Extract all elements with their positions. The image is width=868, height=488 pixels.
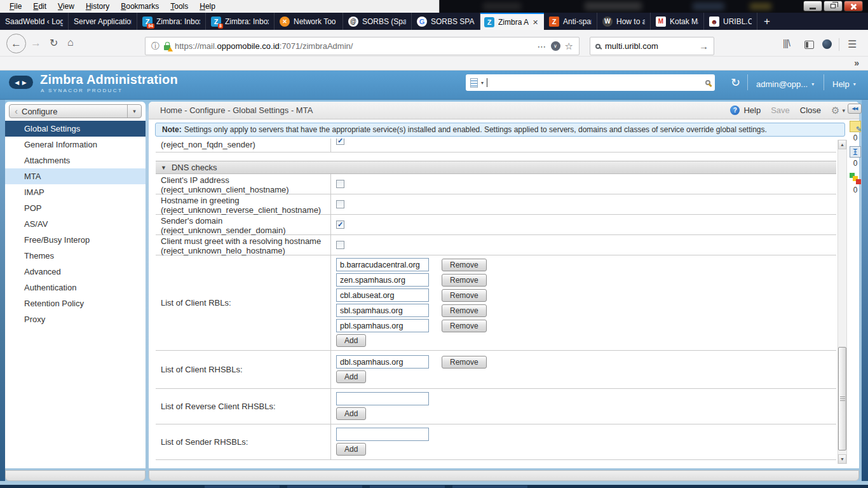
forward-button[interactable]: →	[31, 37, 41, 50]
sidebar-item-mta[interactable]: MTA	[5, 168, 146, 184]
rbl-entry-input[interactable]	[336, 258, 429, 271]
sidebar-header-configure[interactable]: ‹ Configure ▾	[9, 104, 142, 118]
menu-edit[interactable]: Edit	[27, 0, 52, 13]
scroll-down-icon[interactable]: ▼	[838, 454, 846, 464]
menu-history[interactable]: History	[80, 0, 115, 13]
sidebar-item-authentication[interactable]: Authentication	[5, 280, 146, 295]
scroll-up-icon[interactable]: ▲	[838, 140, 846, 149]
url-bar[interactable]: ⓘ https://mail.oppomobile.co.id:7071/zim…	[145, 37, 580, 55]
bookmark-star-icon[interactable]: ☆	[565, 41, 573, 52]
sidebar-item-pop[interactable]: POP	[5, 200, 146, 216]
search-go-icon[interactable]: →	[699, 41, 709, 51]
sidebar-item-general-information[interactable]: General Information	[5, 137, 146, 152]
help-button[interactable]: ? Help	[730, 105, 761, 115]
notes-icon[interactable]	[850, 121, 861, 132]
sender-rhsbl-entry-input[interactable]	[336, 428, 429, 441]
sidebar-item-advanced[interactable]: Advanced	[5, 264, 146, 280]
admin-search-box[interactable]: ▾	[466, 74, 715, 91]
gear-icon[interactable]: ⚙	[831, 105, 839, 116]
ssl-lock-warning-icon[interactable]	[164, 45, 170, 50]
section-header-dns-checks[interactable]: ▼ DNS checks	[156, 161, 836, 174]
sidebar-item-asav[interactable]: AS/AV	[5, 216, 146, 232]
remove-button[interactable]: Remove	[442, 356, 487, 369]
overflow-chevron[interactable]: »	[854, 58, 859, 68]
add-button[interactable]: Add	[336, 443, 366, 456]
sidebar-toggle-icon[interactable]	[804, 41, 814, 49]
site-info-icon[interactable]: ⓘ	[151, 41, 159, 52]
remove-button[interactable]: Remove	[442, 274, 487, 287]
rbl-entry-input[interactable]	[336, 288, 429, 302]
hamburger-menu-icon[interactable]: ☰	[848, 38, 857, 50]
reload-button[interactable]: ↻	[50, 37, 58, 49]
rbl-entry-input[interactable]	[336, 304, 429, 317]
restore-button[interactable]	[824, 1, 843, 11]
tab-how-to-add[interactable]: How to add F	[597, 13, 651, 30]
sidebar-item-proxy[interactable]: Proxy	[5, 311, 146, 327]
pocket-icon[interactable]: ∨	[551, 41, 560, 51]
reject-unknown-reverse-client-hostname-checkbox[interactable]	[336, 200, 344, 208]
menu-tools[interactable]: Tools	[165, 0, 194, 13]
search-bar[interactable]: multi.uribl.com →	[590, 37, 714, 55]
minimize-button[interactable]	[803, 1, 822, 11]
reverse-rhsbl-entry-input[interactable]	[336, 392, 429, 405]
home-button[interactable]: ⌂	[67, 37, 74, 48]
menu-bookmarks[interactable]: Bookmarks	[115, 0, 165, 13]
tab-zimbra-inbox-2[interactable]: 8 Zimbra: Inbox	[206, 13, 275, 30]
sidebar-item-global-settings[interactable]: Global Settings	[5, 121, 146, 137]
remove-button[interactable]: Remove	[442, 259, 487, 271]
reject-unknown-sender-domain-checkbox[interactable]	[336, 220, 344, 229]
collapse-panel-button[interactable]: ◀◀	[848, 104, 862, 114]
add-button[interactable]: Add	[336, 334, 366, 347]
tab-kotak-masuk[interactable]: Kotak Masuk	[651, 13, 704, 30]
remove-button[interactable]: Remove	[442, 289, 487, 302]
tab-uribl[interactable]: URIBL.COM -	[704, 13, 757, 30]
chevron-down-icon[interactable]: ▾	[127, 105, 141, 118]
tab-server-application[interactable]: Server Application	[69, 13, 137, 30]
reject-unknown-client-hostname-checkbox[interactable]	[336, 180, 344, 188]
tab-anti-spam[interactable]: Anti-spam St	[544, 13, 597, 30]
remove-button[interactable]: Remove	[442, 304, 487, 317]
search-icon[interactable]	[705, 80, 710, 85]
tab-sorbs-spam[interactable]: SORBS SPAM	[412, 13, 480, 30]
sidebar-item-imap[interactable]: IMAP	[5, 184, 146, 200]
reject-unknown-helo-hostname-checkbox[interactable]	[336, 241, 344, 249]
sidebar-item-freebusy[interactable]: Free/Busy Interop	[5, 232, 146, 248]
close-window-button[interactable]	[844, 1, 863, 11]
refresh-icon[interactable]: ↻	[731, 76, 740, 90]
add-button[interactable]: Add	[336, 407, 366, 420]
status-squares-icon[interactable]	[850, 173, 861, 184]
close-tab-icon[interactable]	[532, 18, 540, 26]
tab-saadwebid[interactable]: SaadWebId ‹ Log	[0, 13, 69, 30]
search-input[interactable]: multi.uribl.com	[605, 41, 695, 51]
chevron-down-icon[interactable]: ▾	[842, 107, 845, 114]
menu-help[interactable]: Help	[194, 0, 221, 13]
tab-network-tools[interactable]: Network Too	[275, 13, 343, 30]
menu-file[interactable]: File	[4, 0, 27, 13]
tab-zimbra-inbox-1[interactable]: 94 Zimbra: Inbox	[137, 13, 206, 30]
add-button[interactable]: Add	[336, 370, 366, 383]
content-scrollbar[interactable]: ▲ ▼	[837, 140, 847, 464]
reject-non-fqdn-sender-checkbox[interactable]	[336, 139, 344, 145]
rbl-entry-input[interactable]	[336, 273, 429, 287]
back-button[interactable]: ←	[6, 34, 26, 53]
menu-view[interactable]: View	[52, 0, 80, 13]
tab-sorbs-spam-db[interactable]: SORBS (Spam	[343, 13, 412, 30]
extension-globe-icon[interactable]	[822, 39, 832, 49]
save-button[interactable]: Save	[771, 105, 790, 115]
tab-zimbra-admin-active[interactable]: Zimbra Ad	[480, 13, 544, 30]
close-button[interactable]: Close	[800, 105, 821, 115]
help-menu[interactable]: Help ▾	[832, 79, 856, 89]
rhsbl-entry-input[interactable]	[336, 355, 429, 369]
rbl-entry-input[interactable]	[336, 319, 429, 332]
sidebar-item-attachments[interactable]: Attachments	[5, 152, 146, 168]
chevron-down-icon[interactable]: ▾	[481, 80, 484, 86]
remove-button[interactable]: Remove	[442, 320, 487, 332]
new-tab-button[interactable]: +	[757, 13, 776, 30]
sidebar-item-themes[interactable]: Themes	[5, 248, 146, 264]
sidebar-item-retention-policy[interactable]: Retention Policy	[5, 295, 146, 311]
scrollbar-thumb[interactable]	[838, 347, 846, 451]
page-actions-icon[interactable]: ⋯	[538, 41, 546, 51]
account-menu[interactable]: admin@opp... ▾	[756, 79, 814, 89]
pending-tasks-icon[interactable]	[850, 146, 861, 158]
library-icon[interactable]: |||\	[783, 38, 790, 48]
